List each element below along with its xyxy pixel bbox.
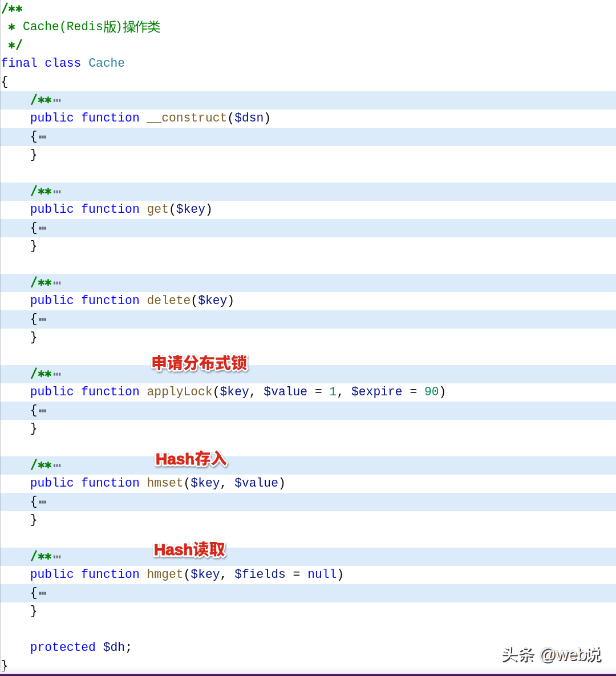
svg-text:Hash: Hash xyxy=(156,450,194,468)
svg-text:Hash: Hash xyxy=(154,541,193,558)
